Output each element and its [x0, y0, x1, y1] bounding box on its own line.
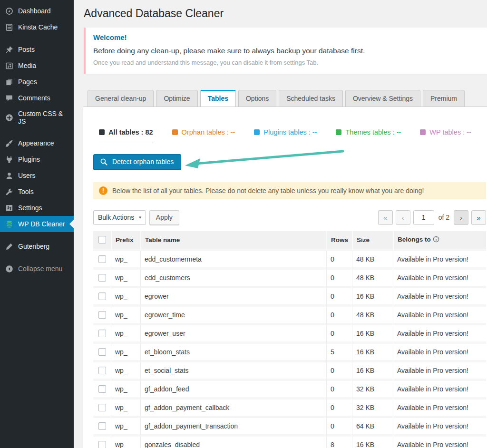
tab-bar: General clean-upOptimizeTablesOptionsSch… — [74, 89, 487, 107]
next-page-button[interactable]: › — [454, 210, 468, 225]
cell-prefix: wp_ — [111, 362, 140, 381]
filter-plugins-tables[interactable]: Plugins tables : -- — [254, 128, 317, 136]
cell-table-name: et_social_stats — [140, 362, 326, 381]
last-page-button[interactable]: » — [471, 210, 486, 225]
filter-color-square-icon — [99, 129, 105, 135]
sidebar-item-kinsta-cache[interactable]: Kinsta Cache — [0, 19, 74, 35]
tab-general-clean-up[interactable]: General clean-up — [88, 90, 154, 107]
row-checkbox[interactable] — [98, 385, 106, 393]
row-checkbox[interactable] — [98, 255, 106, 263]
current-page-input[interactable] — [413, 210, 434, 225]
row-checkbox[interactable] — [98, 274, 106, 282]
filter-themes-tables[interactable]: Themes tables : -- — [336, 128, 401, 136]
sidebar-item-users[interactable]: Users — [0, 167, 74, 184]
tab-scheduled-tasks[interactable]: Scheduled tasks — [279, 90, 343, 107]
sidebar-item-wp-db-cleaner[interactable]: WP DB Cleaner — [0, 216, 74, 232]
table-row-gonzales_disabled: wp_gonzales_disabled816 KBAvailable in P… — [93, 437, 486, 448]
row-checkbox[interactable] — [98, 441, 106, 448]
sidebar-item-custom-css-js[interactable]: Custom CSS & JS — [0, 106, 74, 129]
sidebar-item-plugins[interactable]: Plugins — [0, 151, 74, 167]
tab-options[interactable]: Options — [238, 90, 276, 107]
detect-button-label: Detect orphan tables — [112, 158, 174, 166]
detect-row: Detect orphan tables — [83, 154, 487, 171]
user-icon — [5, 171, 13, 180]
cell-belongs-to: Available in Pro version! — [393, 288, 486, 307]
tab-premium[interactable]: Premium — [423, 90, 465, 107]
sidebar-item-dashboard[interactable]: Dashboard — [0, 3, 74, 19]
filter-all-tables[interactable]: All tables : 82 — [99, 128, 153, 141]
sidebar-item-label: Kinsta Cache — [18, 23, 58, 31]
sidebar-item-media[interactable]: Media — [0, 58, 74, 74]
sidebar-item-comments[interactable]: Comments — [0, 90, 74, 106]
tab-tables[interactable]: Tables — [200, 90, 236, 107]
bulk-actions-row: Bulk Actions ▾ Apply « ‹ of 2 › » — [93, 210, 486, 225]
filter-label: Plugins tables : -- — [263, 128, 317, 136]
total-pages-label: of 2 — [437, 214, 451, 221]
admin-sidebar: DashboardKinsta CachePostsMediaPagesComm… — [0, 0, 74, 448]
cell-rows: 0 — [326, 381, 352, 399]
table-row-gf_addon_payment_transaction: wp_gf_addon_payment_transaction064 KBAva… — [93, 418, 486, 437]
detect-orphan-tables-button[interactable]: Detect orphan tables — [93, 154, 181, 170]
table-row-et_social_stats: wp_et_social_stats016 KBAvailable in Pro… — [93, 362, 486, 381]
filter-orphan-tables[interactable]: Orphan tables : -- — [172, 128, 235, 136]
table-row-gf_addon_payment_callback: wp_gf_addon_payment_callback032 KBAvaila… — [93, 399, 486, 418]
cell-table-name: egrower_time — [140, 307, 326, 325]
tables-list: Prefix Table name Rows Size Belongs to w… — [93, 231, 486, 448]
cell-size: 48 KB — [352, 270, 393, 288]
cell-rows: 0 — [326, 307, 352, 325]
tab-optimize[interactable]: Optimize — [156, 90, 197, 107]
first-page-button[interactable]: « — [378, 210, 393, 225]
cell-belongs-to: Available in Pro version! — [393, 307, 486, 325]
apply-button[interactable]: Apply — [149, 210, 179, 225]
warning-icon: ! — [99, 186, 107, 195]
warning-text: Below the list of all your tables. Pleas… — [112, 187, 424, 195]
sidebar-item-posts[interactable]: Posts — [0, 41, 74, 58]
table-row-gf_addon_feed: wp_gf_addon_feed032 KBAvailable in Pro v… — [93, 381, 486, 399]
cell-prefix: wp_ — [111, 399, 140, 418]
warning-notice: ! Below the list of all your tables. Ple… — [93, 182, 486, 199]
cell-prefix: wp_ — [111, 381, 140, 399]
filter-color-square-icon — [254, 129, 260, 135]
row-checkbox[interactable] — [98, 422, 106, 430]
cell-table-name: gf_addon_feed — [140, 381, 326, 399]
select-all-checkbox[interactable] — [98, 236, 106, 243]
sidebar-item-collapse-menu[interactable]: Collapse menu — [0, 261, 74, 277]
row-checkbox[interactable] — [98, 404, 106, 411]
row-checkbox[interactable] — [98, 292, 106, 300]
welcome-notice: Welcome! Before doing any clean-up, plea… — [84, 28, 487, 74]
bulk-actions-select[interactable]: Bulk Actions ▾ — [93, 210, 146, 225]
cell-prefix: wp_ — [111, 270, 140, 288]
row-checkbox[interactable] — [98, 348, 106, 356]
filter-label: Themes tables : -- — [345, 128, 401, 136]
sidebar-item-appearance[interactable]: Appearance — [0, 135, 74, 151]
table-row-egrower_user: wp_egrower_user016 KBAvailable in Pro ve… — [93, 325, 486, 344]
row-checkbox[interactable] — [98, 367, 106, 374]
prev-page-button[interactable]: ‹ — [396, 210, 410, 225]
cell-belongs-to: Available in Pro version! — [393, 418, 486, 437]
sidebar-item-label: Collapse menu — [18, 265, 62, 273]
cell-size: 16 KB — [352, 437, 393, 448]
database-icon — [5, 220, 13, 228]
row-checkbox[interactable] — [98, 311, 106, 319]
cell-table-name: edd_customermeta — [140, 251, 326, 270]
dashboard-icon — [5, 7, 13, 15]
welcome-note: Once you read and understand this messag… — [93, 59, 479, 66]
header-size: Size — [352, 231, 393, 251]
filter-wp-tables[interactable]: WP tables : -- — [420, 128, 471, 136]
cell-rows: 5 — [326, 344, 352, 362]
sidebar-item-settings[interactable]: Settings — [0, 200, 74, 216]
plug-icon — [5, 155, 13, 164]
table-row-egrower_time: wp_egrower_time048 KBAvailable in Pro ve… — [93, 307, 486, 325]
sidebar-item-tools[interactable]: Tools — [0, 184, 74, 200]
sidebar-menu: DashboardKinsta CachePostsMediaPagesComm… — [0, 3, 74, 277]
sidebar-item-gutenberg[interactable]: Gutenberg — [0, 238, 74, 254]
sidebar-item-pages[interactable]: Pages — [0, 74, 74, 90]
row-checkbox[interactable] — [98, 330, 106, 337]
filter-color-square-icon — [336, 129, 341, 135]
main-content: Advanced Database Cleaner Welcome! Befor… — [74, 0, 487, 448]
sidebar-item-label: Dashboard — [18, 7, 51, 15]
pin-icon — [5, 45, 13, 54]
cell-prefix: wp_ — [111, 288, 140, 307]
cell-table-name: egrower_user — [140, 325, 326, 344]
tab-overview-settings[interactable]: Overview & Settings — [345, 90, 420, 107]
